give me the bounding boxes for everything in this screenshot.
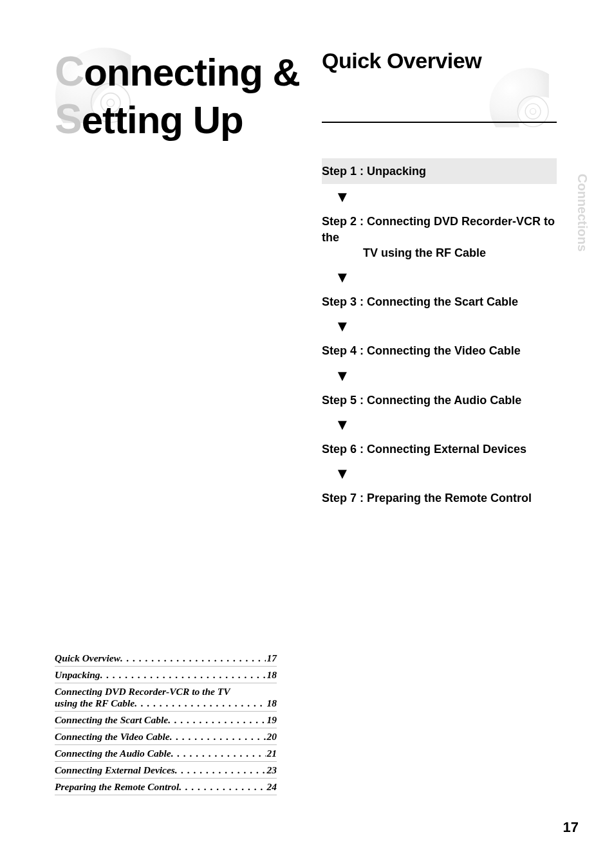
down-arrow-icon: ▼ (322, 412, 557, 438)
down-arrow-icon: ▼ (322, 363, 557, 389)
down-arrow-icon: ▼ (322, 461, 557, 486)
toc-row: Connecting DVD Recorder-VCR to the TV (55, 683, 277, 697)
toc-dots (179, 781, 265, 793)
svg-point-4 (525, 104, 541, 119)
toc-dots (120, 652, 265, 664)
toc-dots (175, 764, 266, 776)
toc-label: Unpacking (55, 669, 100, 681)
title-rest-2: etting Up (82, 98, 243, 142)
step-item: Step 2 : Connecting DVD Recorder-VCR to … (322, 210, 557, 264)
toc-dots (170, 731, 266, 743)
page: Connecting & Setting Up Quick Overview (0, 0, 614, 868)
toc-page: 20 (266, 731, 277, 743)
toc-page: 23 (266, 764, 277, 776)
toc-dots (100, 669, 266, 681)
step-item: Step 4 : Connecting the Video Cable (322, 339, 557, 362)
toc-row: Connecting the Audio Cable21 (55, 745, 277, 762)
step-subline: TV using the RF Cable (322, 245, 557, 261)
toc-row: Connecting External Devices23 (55, 762, 277, 779)
side-tab-label: Connections (575, 174, 590, 252)
title-capital-2: S (55, 96, 82, 142)
step-item: Step 7 : Preparing the Remote Control (322, 486, 557, 510)
toc-page: 18 (266, 669, 277, 681)
title-capital-1: C (55, 48, 84, 95)
toc-row: Unpacking18 (55, 667, 277, 683)
page-number: 17 (563, 819, 579, 836)
toc-dots (168, 714, 265, 726)
toc-row: Connecting the Scart Cable19 (55, 712, 277, 728)
toc-page: 21 (266, 748, 277, 759)
toc-page: 18 (266, 697, 277, 709)
steps-list: Step 1 : Unpacking▼Step 2 : Connecting D… (322, 158, 557, 510)
right-column: Quick Overview Step 1 : Unpacking▼Step 2… (322, 48, 560, 510)
toc-page: 19 (266, 714, 277, 726)
toc-dots (135, 697, 265, 709)
chapter-title: Connecting & Setting Up (55, 48, 312, 143)
left-column: Connecting & Setting Up (55, 48, 312, 156)
step-item: Step 6 : Connecting External Devices (322, 438, 557, 461)
toc-page: 17 (266, 652, 277, 664)
section-heading: Quick Overview (322, 48, 560, 73)
toc-label: Preparing the Remote Control (55, 781, 179, 793)
step-item: Step 3 : Connecting the Scart Cable (322, 290, 557, 313)
toc-label: Quick Overview (55, 652, 120, 664)
toc-row: Quick Overview17 (55, 650, 277, 667)
toc-label: Connecting the Audio Cable (55, 748, 171, 759)
down-arrow-icon: ▼ (322, 184, 557, 210)
section-heading-text: Quick Overview (322, 48, 481, 73)
toc-row: Connecting the Video Cable20 (55, 728, 277, 745)
down-arrow-icon: ▼ (322, 313, 557, 339)
toc-label: Connecting External Devices (55, 764, 175, 776)
down-arrow-icon: ▼ (322, 264, 557, 290)
section-divider (322, 122, 557, 123)
toc-label: using the RF Cable (55, 697, 135, 709)
step-item: Step 1 : Unpacking (322, 158, 557, 184)
svg-point-5 (530, 109, 536, 115)
title-rest-1: onnecting & (84, 51, 300, 94)
table-of-contents: Quick Overview17Unpacking18Connecting DV… (55, 650, 277, 795)
toc-label: Connecting the Scart Cable (55, 714, 168, 726)
toc-row: Preparing the Remote Control24 (55, 779, 277, 795)
toc-row: using the RF Cable18 (55, 697, 277, 712)
toc-label: Connecting the Video Cable (55, 731, 170, 743)
toc-dots (171, 748, 266, 759)
step-item: Step 5 : Connecting the Audio Cable (322, 389, 557, 412)
toc-label: Connecting DVD Recorder-VCR to the TV (55, 686, 230, 697)
toc-page: 24 (266, 781, 277, 793)
